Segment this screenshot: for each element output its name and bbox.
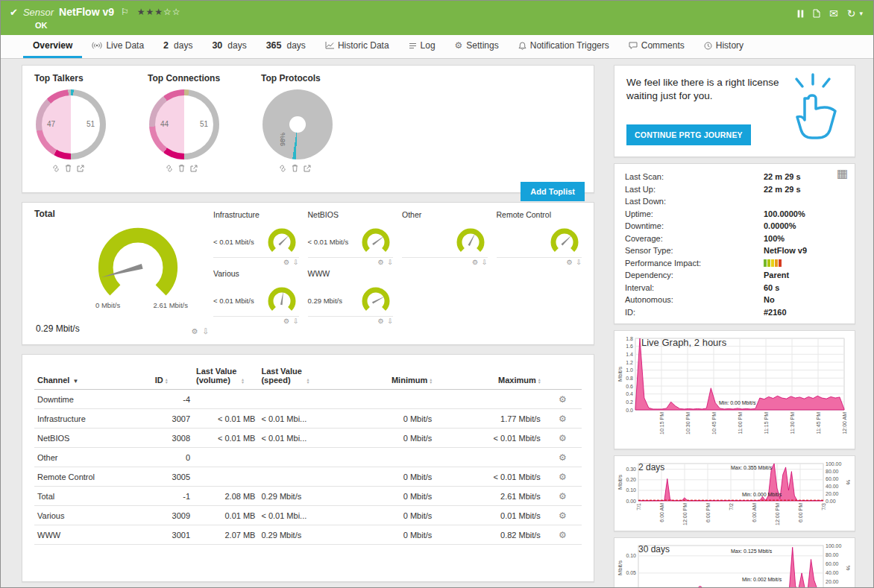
col-header-last-value-speed[interactable]: Last Value (speed)▴▾	[258, 359, 341, 390]
tab-2-days[interactable]: 2days	[154, 35, 202, 58]
caret-down-icon[interactable]: ▾	[859, 10, 863, 17]
tab-overview[interactable]: Overview	[23, 35, 82, 58]
tab-history[interactable]: History	[694, 35, 753, 58]
col-header-minimum[interactable]: Minimum▴▾	[341, 359, 435, 390]
gauge-settings-icon[interactable]: ⚙	[283, 317, 289, 325]
tab-comments[interactable]: Comments	[619, 35, 694, 58]
cell-channel: Infrastructure	[34, 409, 152, 429]
tab-historic-data[interactable]: Historic Data	[315, 35, 399, 58]
toplist-donut-chart[interactable]: 47 51	[36, 89, 106, 159]
cell-id: -1	[152, 487, 193, 506]
prtg-app-window: ✔ Sensor NetFlow v9 ⚐ ★★★☆☆ OK ✉ ↻ ▾ Ove…	[0, 0, 874, 588]
channel-gauge-label: WWW	[308, 269, 394, 278]
toplist-donut-chart[interactable]: 44 51	[149, 89, 219, 159]
channel-edit-icon[interactable]: ⚙	[559, 394, 567, 405]
toplist-popout-icon[interactable]	[77, 165, 84, 172]
channel-edit-icon[interactable]: ⚙	[559, 452, 567, 463]
col-header-id[interactable]: ID▴▾	[152, 359, 193, 390]
gauge-settings-icon[interactable]: ⚙	[566, 259, 572, 266]
table-row[interactable]: Total-12.08 MB0.29 Mbit/s0 Mbit/s2.61 Mb…	[34, 487, 582, 506]
channel-edit-icon[interactable]: ⚙	[559, 510, 567, 521]
report-icon[interactable]	[813, 9, 820, 18]
toplist-delete-icon[interactable]	[292, 164, 298, 172]
pause-icon[interactable]	[797, 10, 804, 18]
gauge-settings-icon[interactable]: ⚙	[472, 259, 478, 266]
table-row[interactable]: Remote Control30050 Mbit/s< 0.01 Mbit/s⚙	[34, 467, 582, 487]
svg-text:0.6: 0.6	[626, 384, 633, 389]
tab-label: days	[287, 40, 306, 51]
toplist-link-icon[interactable]	[279, 165, 286, 172]
gauge-download-icon[interactable]: ⇩	[293, 317, 299, 325]
table-row[interactable]: Infrastructure3007< 0.01 MB< 0.01 Mbi...…	[34, 409, 582, 429]
col-header-maximum[interactable]: Maximum▴▾	[435, 359, 544, 390]
live-graph-svg[interactable]: 10:15 PM10:30 PM10:45 PM11:00 PM11:15 PM…	[616, 332, 850, 446]
cell-volume	[193, 448, 258, 467]
tab-log[interactable]: Log	[399, 35, 445, 58]
svg-text:0.10: 0.10	[626, 487, 636, 493]
gauge-download-icon[interactable]: ⇩	[482, 259, 488, 266]
gauge-settings-icon[interactable]: ⚙	[377, 259, 383, 266]
toplist-delete-icon[interactable]	[65, 164, 72, 172]
cell-volume	[193, 467, 258, 487]
svg-text:1.2: 1.2	[626, 360, 633, 365]
refresh-icon[interactable]: ↻	[847, 7, 856, 19]
tab-365-days[interactable]: 365days	[257, 35, 315, 58]
table-row[interactable]: WWW30012.07 MB0.29 Mbit/s0 Mbit/s0.82 Mb…	[34, 525, 582, 545]
tab-notification-triggers[interactable]: Notification Triggers	[509, 35, 619, 58]
toplist-popout-icon[interactable]	[190, 165, 198, 172]
channel-gauge: NetBIOS < 0.01 Mbit/s ⚙ ⇩	[308, 210, 394, 266]
table-row[interactable]: Other0⚙	[34, 448, 582, 467]
svg-text:6:00 PM: 6:00 PM	[705, 503, 711, 522]
channel-edit-icon[interactable]: ⚙	[559, 491, 567, 502]
gauge-download-icon[interactable]: ⇩	[387, 317, 393, 325]
tab-settings[interactable]: ⚙Settings	[445, 35, 509, 58]
toplist-donut-chart[interactable]: 98%	[262, 89, 333, 159]
toplist-title[interactable]: Top Protocols	[261, 73, 352, 83]
tab-label: Settings	[466, 40, 498, 51]
status-rows: Last Scan:22 m 29 sLast Up:22 m 29 sLast…	[625, 171, 844, 318]
gauge-settings-icon[interactable]: ⚙	[377, 317, 383, 325]
channel-gauge-dial	[453, 226, 488, 257]
channel-edit-icon[interactable]: ⚙	[559, 530, 567, 540]
channel-edit-icon[interactable]: ⚙	[559, 414, 567, 424]
col-header-channel[interactable]: Channel▼	[34, 359, 152, 390]
gauge-settings-icon[interactable]: ⚙	[192, 327, 198, 335]
gauge-settings-icon[interactable]: ⚙	[283, 259, 289, 266]
svg-text:6:00 AM: 6:00 AM	[752, 503, 757, 522]
toplist-actions	[52, 164, 125, 172]
gauge-download-icon[interactable]: ⇩	[576, 259, 582, 266]
svg-text:11:15 PM: 11:15 PM	[764, 412, 769, 434]
add-toplist-button[interactable]: Add Toplist	[521, 182, 585, 201]
mail-icon[interactable]: ✉	[829, 7, 838, 19]
tab-30-days[interactable]: 30days	[202, 35, 256, 58]
table-row[interactable]: Downtime-4⚙	[34, 390, 582, 409]
status-row: Downtime:0.0000%	[625, 220, 844, 233]
col-header-last-value-volume[interactable]: Last Value (volume)▴▾	[193, 359, 258, 390]
gauge-scale-labels: 0 Mbit/s 2.61 Mbit/s	[95, 301, 188, 309]
gauge-actions: ⚙ ⇩	[308, 317, 394, 325]
flag-icon[interactable]: ⚐	[121, 7, 129, 17]
donut-right-value: 51	[87, 120, 95, 128]
toplist-popout-icon[interactable]	[304, 165, 311, 172]
toplist-delete-icon[interactable]	[178, 164, 185, 172]
continue-prtg-journey-button[interactable]: CONTINUE PRTG JOURNEY	[626, 124, 751, 145]
qr-code-icon[interactable]: ▦	[837, 168, 848, 180]
channel-gauge-dial	[265, 285, 299, 316]
gauge-download-icon[interactable]: ⇩	[387, 259, 393, 266]
toplist-title[interactable]: Top Connections	[148, 73, 239, 83]
tab-day-number: 30	[212, 40, 222, 51]
toplist-link-icon[interactable]	[166, 165, 173, 172]
gauge-download-icon[interactable]: ⇩	[293, 259, 299, 266]
channel-edit-icon[interactable]: ⚙	[559, 472, 567, 482]
table-row[interactable]: NetBIOS3008< 0.01 MB< 0.01 Mbi...0 Mbit/…	[34, 429, 582, 448]
channel-edit-icon[interactable]: ⚙	[559, 433, 567, 443]
svg-text:10:15 PM: 10:15 PM	[659, 412, 664, 434]
tab-live-data[interactable]: Live Data	[82, 35, 154, 58]
priority-stars[interactable]: ★★★☆☆	[137, 7, 181, 17]
table-row[interactable]: Various30090.01 MB< 0.01 Mbi...0 Mbit/s0…	[34, 506, 582, 525]
gauge-download-icon[interactable]: ⇩	[203, 327, 209, 335]
sort-arrows-icon: ▴▾	[166, 378, 168, 384]
cell-volume: 0.01 MB	[193, 506, 258, 525]
toplist-link-icon[interactable]	[52, 165, 60, 172]
toplist-title[interactable]: Top Talkers	[34, 73, 125, 83]
